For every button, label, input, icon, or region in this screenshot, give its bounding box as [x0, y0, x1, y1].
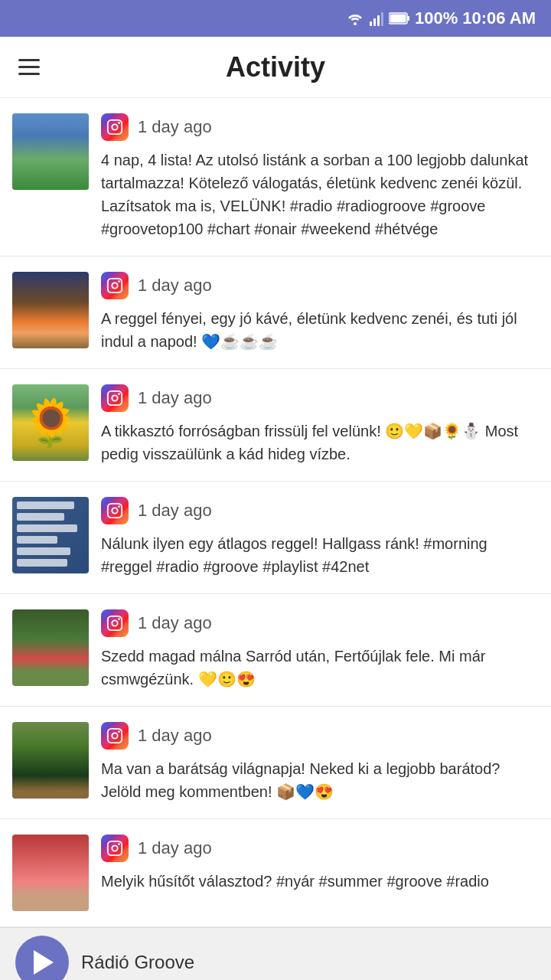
instagram-icon	[101, 722, 129, 750]
time-ago: 1 day ago	[138, 117, 212, 137]
time-ago: 1 day ago	[138, 388, 212, 408]
activity-header: 1 day ago	[101, 113, 539, 141]
activity-text: 4 nap, 4 lista! Az utolsó listánk a sorb…	[101, 149, 539, 240]
time-ago: 1 day ago	[138, 838, 212, 858]
activity-thumbnail	[12, 497, 89, 573]
list-item[interactable]: 🌻 1 day ago A tikkasztó forróságban fris…	[0, 369, 551, 482]
activity-header: 1 day ago	[101, 609, 539, 637]
svg-point-21	[112, 620, 117, 626]
activity-header: 1 day ago	[101, 272, 539, 299]
thumbnail-image	[12, 272, 89, 348]
svg-rect-2	[373, 18, 376, 26]
activity-content: 1 day ago Nálunk ilyen egy átlagos regge…	[101, 497, 539, 578]
thumbnail-image: 🌻	[12, 384, 89, 461]
play-icon	[34, 950, 54, 975]
svg-point-9	[112, 124, 117, 129]
svg-rect-7	[390, 15, 406, 23]
activity-list: 1 day ago 4 nap, 4 lista! Az utolsó list…	[0, 98, 551, 927]
battery-percent: 100%	[415, 8, 458, 28]
battery-icon	[389, 11, 410, 25]
thumbnail-image	[12, 722, 89, 799]
list-item[interactable]: 1 day ago Nálunk ilyen egy átlagos regge…	[0, 482, 551, 594]
list-item[interactable]: 1 day ago Ma van a barátság világnapja! …	[0, 707, 551, 819]
radio-station-name: Rádió Groove	[81, 952, 194, 973]
svg-point-22	[118, 618, 120, 620]
activity-text: A reggel fényei, egy jó kávé, életünk ke…	[101, 307, 539, 353]
instagram-icon	[101, 113, 129, 141]
instagram-icon	[101, 609, 129, 637]
instagram-icon	[101, 384, 129, 412]
activity-content: 1 day ago Szedd magad málna Sarród után,…	[101, 609, 539, 691]
activity-content: 1 day ago A tikkasztó forróságban frissü…	[101, 384, 539, 466]
thumbnail-image	[12, 113, 89, 190]
list-item[interactable]: 1 day ago Melyik hűsítőt választod? #nyá…	[0, 819, 551, 927]
svg-point-28	[118, 843, 120, 845]
svg-point-15	[112, 395, 117, 400]
activity-content: 1 day ago 4 nap, 4 lista! Az utolsó list…	[101, 113, 539, 240]
activity-text: A tikkasztó forróságban frissülj fel vel…	[101, 420, 539, 466]
svg-point-25	[118, 730, 120, 733]
activity-content: 1 day ago Ma van a barátság világnapja! …	[101, 722, 539, 803]
activity-thumbnail	[12, 113, 89, 190]
activity-header: 1 day ago	[101, 384, 539, 412]
activity-thumbnail: 🌻	[12, 384, 89, 461]
thumbnail-image	[12, 835, 89, 911]
svg-rect-4	[381, 12, 383, 26]
thumbnail-image	[12, 497, 89, 573]
thumbnail-image	[12, 609, 89, 686]
activity-text: Nálunk ilyen egy átlagos reggel! Hallgas…	[101, 532, 539, 578]
svg-point-19	[118, 505, 120, 508]
svg-point-16	[118, 393, 120, 395]
wifi-icon	[346, 11, 364, 26]
svg-rect-6	[407, 16, 409, 21]
list-item[interactable]: 1 day ago Szedd magad málna Sarród után,…	[0, 594, 551, 707]
app-header: Activity	[0, 37, 551, 98]
status-icons: 100% 10:06 AM	[346, 8, 536, 28]
list-item[interactable]: 1 day ago 4 nap, 4 lista! Az utolsó list…	[0, 98, 551, 256]
menu-button[interactable]	[18, 59, 40, 75]
instagram-icon	[101, 497, 129, 524]
instagram-icon	[101, 272, 129, 299]
time-ago: 1 day ago	[138, 726, 212, 746]
activity-header: 1 day ago	[101, 835, 539, 862]
svg-rect-3	[377, 15, 380, 26]
list-item[interactable]: 1 day ago A reggel fényei, egy jó kávé, …	[0, 256, 551, 369]
status-bar: 100% 10:06 AM	[0, 0, 551, 37]
svg-point-0	[354, 22, 357, 25]
svg-point-27	[112, 845, 117, 851]
activity-thumbnail	[12, 722, 89, 799]
time-ago: 1 day ago	[138, 276, 212, 296]
svg-point-24	[112, 733, 117, 738]
instagram-icon	[101, 835, 129, 862]
time-ago: 1 day ago	[138, 501, 212, 521]
page-title: Activity	[226, 51, 325, 83]
menu-icon-line2	[18, 66, 40, 68]
signal-icon	[369, 11, 384, 26]
menu-icon-line1	[18, 59, 40, 61]
activity-thumbnail	[12, 609, 89, 686]
menu-icon-line3	[18, 73, 40, 75]
activity-thumbnail	[12, 272, 89, 348]
time-ago: 1 day ago	[138, 613, 212, 633]
activity-text: Szedd magad málna Sarród után, Fertőújla…	[101, 645, 539, 691]
time-display: 10:06 AM	[462, 8, 536, 28]
activity-text: Melyik hűsítőt választod? #nyár #summer …	[101, 870, 539, 893]
activity-thumbnail	[12, 835, 89, 911]
player-bar: Rádió Groove	[0, 927, 551, 980]
activity-header: 1 day ago	[101, 497, 539, 524]
svg-point-13	[118, 280, 120, 283]
activity-content: 1 day ago A reggel fényei, egy jó kávé, …	[101, 272, 539, 353]
svg-point-18	[112, 508, 117, 513]
activity-content: 1 day ago Melyik hűsítőt választod? #nyá…	[101, 835, 539, 893]
activity-text: Ma van a barátság világnapja! Neked ki a…	[101, 757, 539, 803]
play-button[interactable]	[15, 936, 69, 981]
svg-point-10	[118, 122, 120, 124]
svg-point-12	[112, 283, 117, 288]
activity-header: 1 day ago	[101, 722, 539, 750]
svg-rect-1	[370, 21, 372, 26]
